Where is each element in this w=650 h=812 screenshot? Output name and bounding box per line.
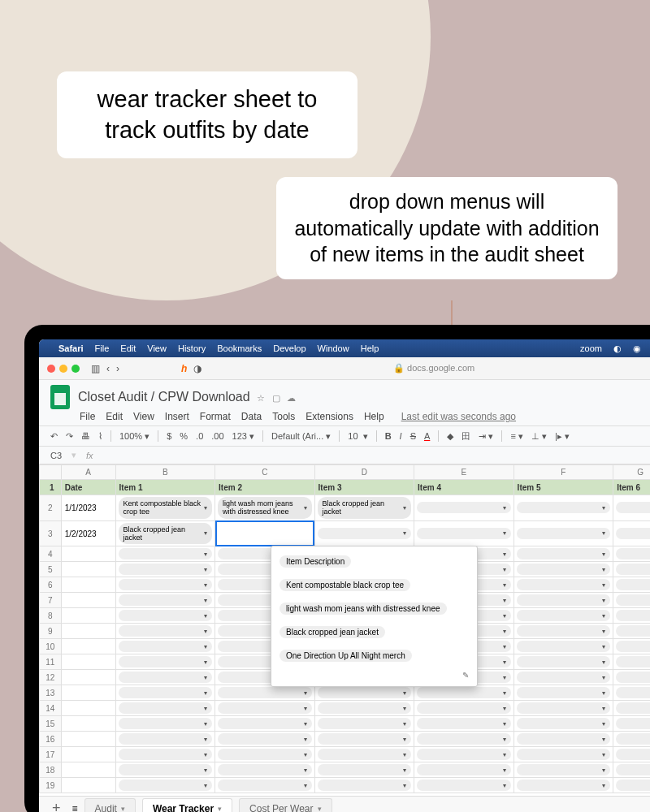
item-cell[interactable]: ▾ [414,495,514,521]
forward-button[interactable]: › [116,363,119,374]
item-cell[interactable]: ▾ [613,624,650,639]
row-header[interactable]: 1 [40,480,62,495]
item-cell[interactable]: light wash mom jeans with distressed kne… [215,495,315,521]
item-cell[interactable]: ▾ [613,495,650,521]
row-header[interactable]: 3 [40,520,62,546]
col-header[interactable]: A [61,465,115,480]
item-cell[interactable]: ▾ [115,747,215,762]
item-cell[interactable]: ▾ [314,732,414,747]
col-header[interactable] [40,465,62,480]
address-bar[interactable]: 🔒 docs.google.com [208,363,650,374]
item-cell[interactable]: Black cropped jean jacket▾ [314,495,414,521]
item-cell[interactable]: ▾ [414,701,514,716]
item-cell[interactable]: ▾ [613,747,650,762]
item-cell[interactable]: ▾ [613,520,650,546]
item-cell[interactable]: ▾ [514,670,613,685]
item-cell[interactable]: ▾ [215,716,315,732]
docmenu-extensions[interactable]: Extensions [306,411,353,422]
docmenu-edit[interactable]: Edit [106,411,123,422]
item-cell[interactable]: ▾ [215,762,315,778]
sheets-icon[interactable] [50,385,70,409]
row-header[interactable]: 4 [40,546,62,562]
item-cell[interactable]: ▾ [314,701,414,716]
docmenu-help[interactable]: Help [364,411,384,422]
fill-btn[interactable]: ◆ [447,431,453,442]
col-header[interactable]: F [514,465,613,480]
row-header[interactable]: 15 [40,716,62,732]
last-edit[interactable]: Last edit was seconds ago [401,411,516,422]
menu-view[interactable]: View [147,343,167,353]
row-header[interactable]: 13 [40,685,62,701]
docmenu-file[interactable]: File [80,411,95,422]
item-cell[interactable]: ▾ [613,608,650,624]
size-select[interactable]: 10 ▾ [348,431,367,442]
item-cell[interactable]: ▾ [314,520,414,546]
item-cell[interactable]: ▾ [613,546,650,562]
item-cell[interactable]: ▾ [414,762,514,778]
row-header[interactable]: 11 [40,654,62,670]
menu-edit[interactable]: Edit [120,343,136,353]
item-cell[interactable]: Kent compostable black crop tee▾ [115,495,215,521]
date-cell[interactable] [61,593,115,608]
bold-btn[interactable]: B [385,431,392,441]
item-cell[interactable]: ▾ [215,701,315,716]
item-cell[interactable]: ▾ [514,624,613,639]
col-header[interactable]: D [314,465,414,480]
name-box[interactable]: C3 [50,451,62,460]
item-cell[interactable]: ▾ [514,685,613,701]
menu-help[interactable]: Help [361,343,379,353]
item-cell[interactable]: ▾ [514,608,613,624]
edit-validation-icon[interactable]: ✎ [271,667,477,683]
item-cell[interactable]: ▾ [514,762,613,778]
print-icon[interactable]: 🖶 [81,431,90,441]
valign-btn[interactable]: ⊥ ▾ [531,431,547,442]
item-cell[interactable]: ▾ [115,624,215,639]
docmenu-format[interactable]: Format [200,411,231,422]
item-cell[interactable]: ▾ [414,716,514,732]
active-cell[interactable] [215,520,315,546]
item-cell[interactable]: Black cropped jean jacket▾ [115,520,215,546]
date-cell[interactable] [61,762,115,778]
sidebar-icon[interactable]: ▥ [91,363,100,374]
tab-audit[interactable]: Audit▾ [84,798,136,812]
wrap-btn[interactable]: |▸ ▾ [555,431,570,442]
item-cell[interactable]: ▾ [414,520,514,546]
date-cell[interactable]: 1/1/2023 [61,495,115,521]
row-header[interactable]: 5 [40,562,62,577]
menu-develop[interactable]: Develop [273,343,306,353]
redo-icon[interactable]: ↷ [66,431,73,442]
date-cell[interactable] [61,654,115,670]
col-header[interactable]: C [215,465,315,480]
item-cell[interactable]: ▾ [514,520,613,546]
date-cell[interactable] [61,778,115,793]
item-cell[interactable]: ▾ [514,546,613,562]
date-cell[interactable] [61,624,115,639]
row-header[interactable]: 17 [40,747,62,762]
item-cell[interactable]: ▾ [314,762,414,778]
item-cell[interactable]: ▾ [613,732,650,747]
close-traffic-light[interactable] [47,365,55,373]
row-header[interactable]: 12 [40,670,62,685]
item-cell[interactable]: ▾ [414,778,514,793]
all-sheets-btn[interactable]: ≡ [72,803,78,813]
item-cell[interactable]: ▾ [215,778,315,793]
zoom-select[interactable]: 100% ▾ [119,431,150,442]
date-cell[interactable] [61,747,115,762]
zoom-indicator[interactable]: zoom [580,343,602,353]
row-header[interactable]: 9 [40,624,62,639]
row-header[interactable]: 6 [40,577,62,593]
docmenu-view[interactable]: View [133,411,154,422]
item-cell[interactable]: ▾ [514,654,613,670]
merge-btn[interactable]: ⇥ ▾ [479,431,493,442]
italic-btn[interactable]: I [400,431,402,441]
minimize-traffic-light[interactable] [59,365,67,373]
tab-cpw[interactable]: Cost Per Wear▾ [239,798,332,812]
menu-file[interactable]: File [95,343,110,353]
item-cell[interactable]: ▾ [514,701,613,716]
dropdown-option[interactable]: Item Description [271,550,477,573]
row-header[interactable]: 2 [40,495,62,521]
item-cell[interactable]: ▾ [613,685,650,701]
item-cell[interactable]: ▾ [115,608,215,624]
menu-window[interactable]: Window [318,343,349,353]
date-cell[interactable] [61,685,115,701]
